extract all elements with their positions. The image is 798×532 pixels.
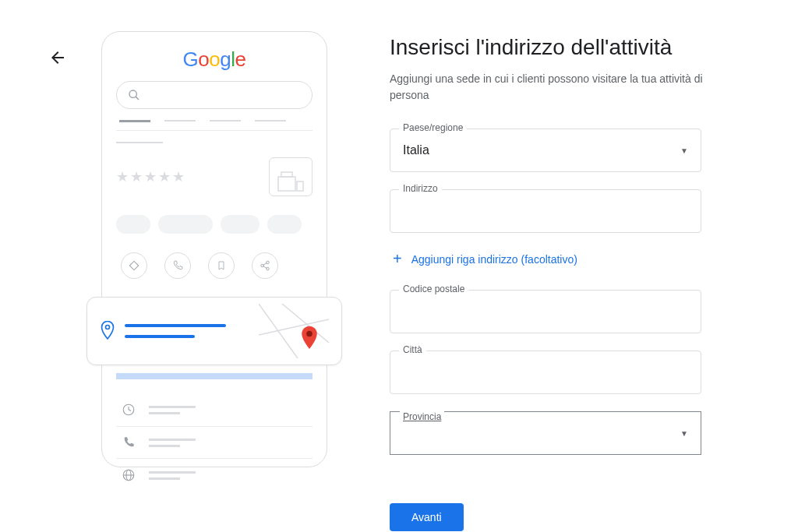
search-icon <box>128 89 140 101</box>
form-panel: Inserisci l'indirizzo dell'attività Aggi… <box>351 31 751 516</box>
address-input[interactable] <box>390 189 701 233</box>
province-label: Provincia <box>400 411 444 422</box>
svg-point-6 <box>267 261 270 264</box>
globe-icon <box>121 468 136 482</box>
svg-rect-2 <box>278 177 295 191</box>
svg-point-7 <box>261 264 264 267</box>
phone-icon <box>164 252 191 279</box>
city-label: Città <box>399 344 426 355</box>
svg-line-18 <box>129 410 131 411</box>
address-label: Indirizzo <box>399 183 442 194</box>
chevron-down-icon: ▼ <box>680 146 688 155</box>
address-field[interactable]: Indirizzo <box>390 189 701 233</box>
action-icons-mock <box>116 252 312 279</box>
plus-icon: + <box>393 250 402 268</box>
svg-point-15 <box>306 331 312 337</box>
postal-field[interactable]: Codice postale <box>390 290 701 333</box>
bookmark-icon <box>208 252 235 279</box>
location-pin-icon <box>100 321 115 341</box>
clock-icon <box>121 403 136 417</box>
country-value: Italia <box>403 143 429 157</box>
page-subtitle: Aggiungi una sede in cui i clienti posso… <box>390 71 717 104</box>
chevron-down-icon: ▼ <box>680 429 688 438</box>
page-title: Inserisci l'indirizzo dell'attività <box>390 35 751 60</box>
search-bar-mock <box>116 81 312 109</box>
svg-rect-5 <box>129 261 138 270</box>
city-field[interactable]: Città <box>390 351 701 394</box>
province-field[interactable]: Provincia ▼ <box>390 411 701 455</box>
svg-point-0 <box>129 90 136 97</box>
add-line-label: Aggiungi riga indirizzo (facoltativo) <box>411 253 577 266</box>
svg-line-1 <box>136 97 139 100</box>
svg-line-9 <box>263 263 267 266</box>
phone-icon-small <box>121 436 136 449</box>
svg-point-8 <box>267 267 270 270</box>
phone-mockup: Google ★★★★★ <box>101 31 327 467</box>
svg-rect-4 <box>297 181 303 191</box>
tabs-mock <box>116 120 312 131</box>
svg-line-10 <box>263 266 267 269</box>
map-pin-icon <box>299 326 320 352</box>
svg-rect-3 <box>281 172 292 177</box>
next-button[interactable]: Avanti <box>390 503 464 531</box>
map-card-mock <box>87 297 342 365</box>
google-logo: Google <box>116 48 312 72</box>
storefront-icon <box>269 157 312 196</box>
city-input[interactable] <box>390 351 701 394</box>
directions-icon <box>121 252 147 279</box>
country-label: Paese/regione <box>399 122 467 133</box>
svg-point-11 <box>106 326 110 329</box>
add-address-line-button[interactable]: + Aggiungi riga indirizzo (facoltativo) <box>390 250 751 268</box>
share-icon <box>252 252 278 279</box>
pills-mock <box>116 215 312 234</box>
postal-label: Codice postale <box>399 284 468 294</box>
country-field[interactable]: Paese/regione Italia ▼ <box>390 129 701 172</box>
postal-input[interactable] <box>390 290 701 333</box>
stars-mock: ★★★★★ <box>116 168 185 185</box>
illustration-panel: Google ★★★★★ <box>39 31 351 516</box>
